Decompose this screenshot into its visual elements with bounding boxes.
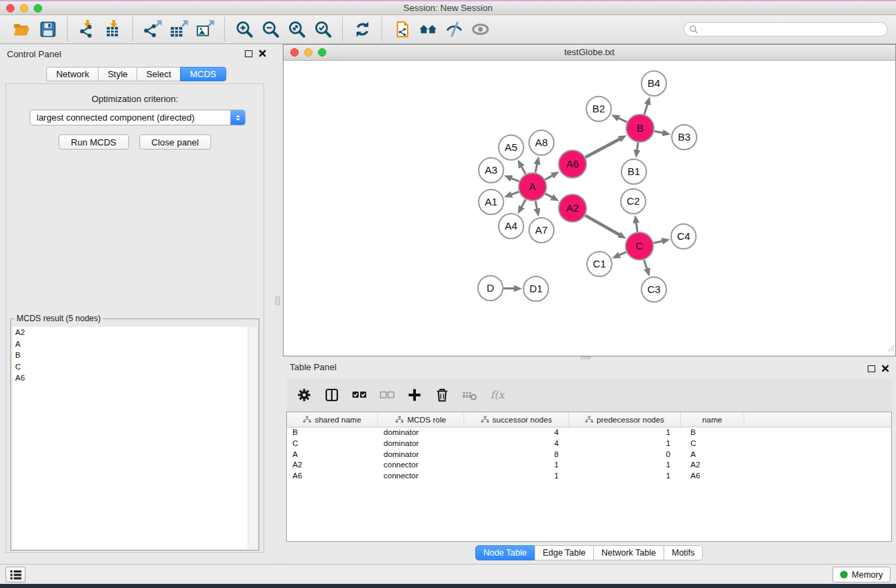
column-header-name[interactable]: name: [681, 412, 744, 427]
mcds-result-item[interactable]: B: [12, 349, 257, 361]
table-row[interactable]: Adominator80A: [287, 449, 891, 460]
network-canvas[interactable]: B4B2BB3A5A8A6A3AB1A1C2A2A4A7CC4C1C3DD1: [283, 61, 895, 356]
graph-edge-B-B1[interactable]: [637, 143, 638, 152]
network-from-document-button[interactable]: [388, 17, 415, 43]
graph-node-C2[interactable]: C2: [621, 189, 646, 214]
graph-node-A3[interactable]: A3: [479, 158, 504, 183]
table-row[interactable]: Cdominator41C: [287, 438, 891, 449]
search-input[interactable]: [701, 25, 882, 34]
optimization-criterion-dropdown[interactable]: largest connected component (directed): [30, 110, 246, 125]
table-row[interactable]: A6connector11A6: [287, 471, 891, 482]
float-panel-icon[interactable]: [868, 365, 875, 372]
columns-button[interactable]: [323, 387, 340, 403]
graph-node-B4[interactable]: B4: [641, 71, 666, 96]
graph-node-C[interactable]: C: [626, 232, 653, 260]
graph-node-A[interactable]: A: [519, 173, 546, 201]
graph-edge-A-A1[interactable]: [510, 192, 519, 194]
table-tab-edge-table[interactable]: Edge Table: [535, 545, 594, 560]
graph-node-C4[interactable]: C4: [671, 224, 696, 249]
graph-edge-A-A3[interactable]: [510, 178, 519, 181]
select-all-button[interactable]: [351, 387, 368, 403]
search-box[interactable]: [684, 22, 888, 37]
table-tab-motifs[interactable]: Motifs: [664, 545, 703, 560]
vertical-split-divider[interactable]: [273, 44, 283, 564]
zoom-fit-button[interactable]: [283, 17, 310, 43]
graph-node-B1[interactable]: B1: [621, 159, 646, 184]
save-session-button[interactable]: [34, 17, 61, 43]
graph-node-A4[interactable]: A4: [499, 214, 524, 239]
refresh-layout-button[interactable]: [349, 17, 375, 43]
graph-edge-A6-B[interactable]: [586, 139, 621, 157]
home-neighbors-button[interactable]: [415, 17, 441, 43]
export-network-button[interactable]: [139, 17, 166, 43]
graph-node-B2[interactable]: B2: [586, 97, 611, 121]
column-header-predecessor-nodes[interactable]: predecessor nodes: [569, 412, 681, 427]
settings-button[interactable]: [296, 387, 312, 403]
column-header-shared-name[interactable]: shared name: [287, 412, 378, 427]
close-panel-icon[interactable]: [259, 50, 266, 57]
mcds-result-item[interactable]: A6: [12, 372, 257, 384]
mcds-result-item[interactable]: A2: [12, 327, 257, 338]
function-builder-button[interactable]: f(x): [489, 387, 506, 403]
graph-node-D1[interactable]: D1: [524, 276, 548, 301]
zoom-window-button[interactable]: [34, 4, 42, 12]
tab-network[interactable]: Network: [46, 67, 99, 81]
add-button[interactable]: [406, 387, 423, 403]
graph-edge-C-C3[interactable]: [644, 260, 648, 270]
network-close-button[interactable]: [290, 48, 299, 57]
graph-node-A7[interactable]: A7: [529, 218, 554, 243]
graph-node-C1[interactable]: C1: [587, 252, 612, 276]
network-minimize-button[interactable]: [304, 48, 312, 57]
run-mcds-button[interactable]: Run MCDS: [59, 134, 129, 150]
delete-button[interactable]: [434, 387, 450, 403]
table-row[interactable]: A2connector11A2: [287, 460, 891, 471]
tab-select[interactable]: Select: [137, 67, 181, 81]
divider-grip[interactable]: [275, 296, 280, 305]
show-graphics-details-button[interactable]: [467, 17, 493, 43]
graph-edge-B-B2[interactable]: [617, 118, 627, 122]
close-window-button[interactable]: [6, 4, 14, 12]
graph-node-C3[interactable]: C3: [641, 277, 666, 302]
task-history-button[interactable]: [6, 567, 26, 582]
mcds-result-item[interactable]: A: [12, 338, 257, 350]
graph-edge-A-A4[interactable]: [521, 199, 526, 207]
import-network-button[interactable]: [74, 17, 100, 43]
graph-node-B[interactable]: B: [626, 114, 654, 142]
graph-edge-A-A8[interactable]: [535, 163, 537, 172]
table-tab-node-table[interactable]: Node Table: [475, 545, 535, 560]
result-scrollbar[interactable]: [248, 327, 257, 549]
close-panel-icon[interactable]: [882, 365, 889, 372]
graph-edge-A-A7[interactable]: [535, 201, 537, 210]
mcds-result-item[interactable]: C: [12, 361, 257, 373]
export-table-button[interactable]: [166, 17, 192, 43]
tab-style[interactable]: Style: [98, 67, 137, 81]
minimize-window-button[interactable]: [20, 4, 28, 12]
delete-table-button[interactable]: [461, 387, 478, 403]
tab-mcds[interactable]: MCDS: [180, 67, 226, 81]
zoom-in-button[interactable]: [231, 17, 257, 43]
deselect-all-button[interactable]: [379, 387, 395, 403]
hide-graphics-details-button[interactable]: [441, 17, 467, 43]
table-tab-network-table[interactable]: Network Table: [593, 545, 664, 560]
column-header-successor-nodes[interactable]: successor nodes: [464, 412, 569, 427]
column-header-MCDS-role[interactable]: MCDS role: [378, 412, 464, 427]
graph-edge-A2-C[interactable]: [585, 215, 620, 235]
graph-edge-C-C1[interactable]: [618, 252, 626, 256]
graph-edge-C-C2[interactable]: [636, 222, 637, 232]
zoom-out-button[interactable]: [257, 17, 283, 43]
graph-edge-B-B3[interactable]: [655, 131, 664, 133]
graph-edge-C-C4[interactable]: [654, 241, 664, 243]
float-panel-icon[interactable]: [245, 50, 252, 57]
network-zoom-button[interactable]: [318, 48, 326, 57]
import-table-button[interactable]: [100, 17, 126, 43]
export-image-button[interactable]: [192, 17, 218, 43]
close-panel-button[interactable]: Close panel: [139, 134, 212, 150]
graph-node-A6[interactable]: A6: [559, 150, 586, 178]
window-resize-grip[interactable]: [886, 343, 895, 355]
graph-edge-A-A6[interactable]: [545, 175, 553, 180]
table-row[interactable]: Bdominator41B: [287, 427, 891, 438]
graph-node-A8[interactable]: A8: [529, 130, 554, 155]
graph-edge-A-A2[interactable]: [546, 194, 553, 198]
graph-node-B3[interactable]: B3: [672, 125, 697, 150]
graph-node-D[interactable]: D: [478, 276, 503, 301]
